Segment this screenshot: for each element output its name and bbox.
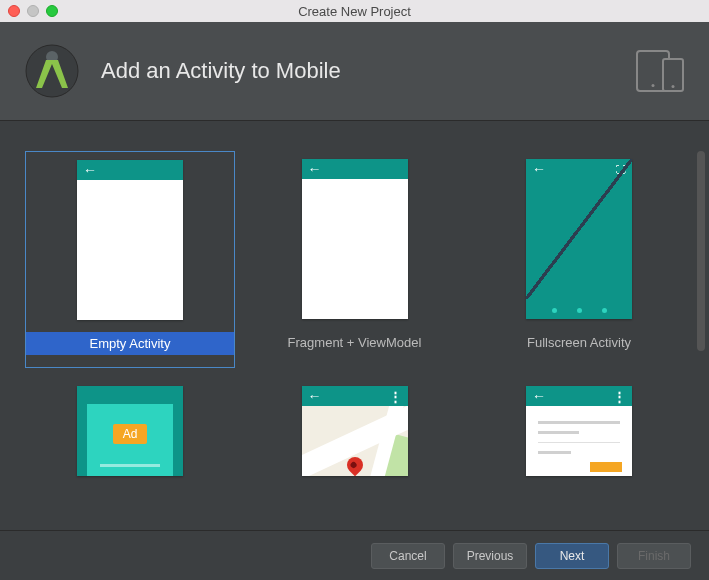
close-icon[interactable] bbox=[8, 5, 20, 17]
overflow-menu-icon: ⋮ bbox=[613, 390, 626, 403]
window-title: Create New Project bbox=[8, 4, 701, 19]
ad-badge: Ad bbox=[113, 424, 148, 444]
back-arrow-icon: ← bbox=[83, 163, 97, 177]
activity-label: Fragment + ViewModel bbox=[250, 335, 460, 350]
thumbnail-maps-activity: ← ⋮ bbox=[302, 386, 408, 476]
wizard-header: Add an Activity to Mobile bbox=[0, 22, 709, 121]
titlebar: Create New Project bbox=[0, 0, 709, 22]
window-controls bbox=[8, 5, 58, 17]
page-title: Add an Activity to Mobile bbox=[101, 58, 341, 84]
activity-option-empty[interactable]: ← Empty Activity bbox=[25, 151, 235, 368]
wizard-footer: Cancel Previous Next Finish bbox=[0, 530, 709, 580]
activity-option-fragment-viewmodel[interactable]: ← Fragment + ViewModel bbox=[250, 151, 460, 368]
back-arrow-icon: ← bbox=[308, 389, 322, 403]
back-arrow-icon: ← bbox=[308, 162, 322, 176]
activity-label: Empty Activity bbox=[26, 336, 234, 351]
form-factor-icon bbox=[636, 50, 684, 92]
next-button[interactable]: Next bbox=[535, 543, 609, 569]
back-arrow-icon: ← bbox=[532, 389, 546, 403]
overflow-menu-icon: ⋮ bbox=[389, 390, 402, 403]
thumbnail-fullscreen-activity: ← ⛶ bbox=[526, 159, 632, 319]
activity-option-master-detail[interactable]: ← ⋮ bbox=[474, 386, 684, 476]
activity-gallery: ← Empty Activity ← Fragment + ViewModel … bbox=[0, 121, 709, 499]
activity-label: Fullscreen Activity bbox=[474, 335, 684, 350]
thumbnail-master-detail-activity: ← ⋮ bbox=[526, 386, 632, 476]
scrollbar[interactable] bbox=[697, 151, 705, 351]
activity-option-maps[interactable]: ← ⋮ bbox=[250, 386, 460, 476]
maximize-icon[interactable] bbox=[46, 5, 58, 17]
android-studio-logo-icon bbox=[25, 44, 79, 98]
previous-button[interactable]: Previous bbox=[453, 543, 527, 569]
thumbnail-empty-activity: ← bbox=[77, 160, 183, 320]
finish-button: Finish bbox=[617, 543, 691, 569]
cancel-button[interactable]: Cancel bbox=[371, 543, 445, 569]
activity-option-fullscreen[interactable]: ← ⛶ Fullscreen Activity bbox=[474, 151, 684, 368]
svg-rect-2 bbox=[49, 60, 55, 64]
minimize-icon bbox=[27, 5, 39, 17]
activity-option-admob[interactable]: Ad bbox=[25, 386, 235, 476]
thumbnail-admob-activity: Ad bbox=[77, 386, 183, 476]
thumbnail-fragment-viewmodel: ← bbox=[302, 159, 408, 319]
